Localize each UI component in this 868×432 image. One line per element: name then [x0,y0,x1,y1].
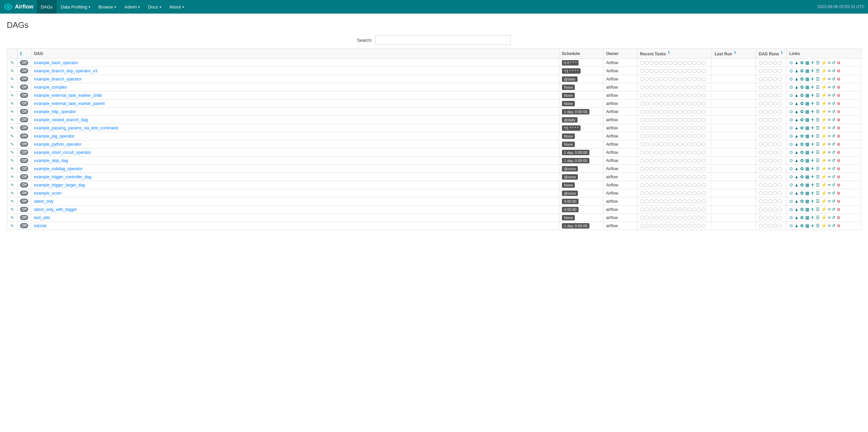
code-icon[interactable]: ≡ [828,68,831,73]
edit-dag-icon[interactable]: ✎ [11,207,14,212]
trigger-dag-icon[interactable]: ⊙ [789,174,793,179]
delete-icon[interactable]: ⊗ [837,166,841,171]
code-icon[interactable]: ≡ [828,117,831,122]
dag-toggle[interactable]: Off [20,150,28,155]
graph-icon[interactable]: ✿ [800,60,804,65]
dag-name-link[interactable]: example_complex [34,85,67,90]
duration-icon[interactable]: ▦ [805,166,809,171]
code-icon[interactable]: ≡ [828,174,831,179]
refresh-icon[interactable]: ↺ [832,142,835,147]
code-icon[interactable]: ≡ [828,166,831,171]
refresh-icon[interactable]: ↺ [832,117,835,122]
landing-icon[interactable]: ☰ [816,174,820,179]
row-edit-icon[interactable]: ✎ [7,205,17,214]
duration-icon[interactable]: ▦ [805,133,809,139]
last-run-info-icon[interactable]: ℹ [734,51,736,54]
code-icon[interactable]: ≡ [828,223,831,228]
refresh-icon[interactable]: ↺ [832,60,835,65]
refresh-icon[interactable]: ↺ [832,158,835,163]
graph-icon[interactable]: ✿ [800,101,804,106]
duration-icon[interactable]: ▦ [805,223,809,228]
dag-toggle[interactable]: Off [20,60,28,65]
trigger-dag-icon[interactable]: ⊙ [789,182,793,187]
duration-icon[interactable]: ▦ [805,60,809,65]
retries-icon[interactable]: ✈ [811,150,814,155]
gantt-icon[interactable]: ⚡ [821,182,827,187]
dag-name-link[interactable]: example_external_task_marker_child [34,93,101,98]
dag-toggle[interactable]: Off [20,174,28,179]
landing-icon[interactable]: ☰ [816,150,820,155]
row-edit-icon[interactable]: ✎ [7,100,17,108]
refresh-icon[interactable]: ↺ [832,150,835,155]
dag-name-link[interactable]: test_utils [34,215,50,220]
tree-icon[interactable]: ▲ [794,207,799,212]
landing-icon[interactable]: ☰ [816,215,820,220]
dag-name-link[interactable]: latest_only [34,199,53,204]
duration-icon[interactable]: ▦ [805,182,809,187]
dag-runs-info-icon[interactable]: ℹ [781,51,782,54]
gantt-icon[interactable]: ⚡ [821,207,827,212]
retries-icon[interactable]: ✈ [811,117,814,122]
recent-tasks-info-icon[interactable]: ℹ [668,51,669,54]
refresh-icon[interactable]: ↺ [832,85,835,90]
code-icon[interactable]: ≡ [828,150,831,155]
landing-icon[interactable]: ☰ [816,125,820,130]
landing-icon[interactable]: ☰ [816,101,820,106]
graph-icon[interactable]: ✿ [800,223,804,228]
refresh-icon[interactable]: ↺ [832,68,835,73]
refresh-icon[interactable]: ↺ [832,207,835,212]
edit-dag-icon[interactable]: ✎ [11,215,14,220]
delete-icon[interactable]: ⊗ [837,125,841,130]
landing-icon[interactable]: ☰ [816,207,820,212]
retries-icon[interactable]: ✈ [811,133,814,139]
trigger-dag-icon[interactable]: ⊙ [789,142,793,147]
dag-name-link[interactable]: example_branch_operator [34,77,81,82]
graph-icon[interactable]: ✿ [800,117,804,122]
dag-toggle[interactable]: Off [20,109,28,114]
duration-icon[interactable]: ▦ [805,101,809,106]
gantt-icon[interactable]: ⚡ [821,133,827,139]
dag-toggle[interactable]: Off [20,199,28,204]
row-edit-icon[interactable]: ✎ [7,222,17,230]
refresh-icon[interactable]: ↺ [832,166,835,171]
row-edit-icon[interactable]: ✎ [7,189,17,197]
gantt-icon[interactable]: ⚡ [821,109,827,114]
tree-icon[interactable]: ▲ [794,109,799,114]
graph-icon[interactable]: ✿ [800,93,804,98]
tree-icon[interactable]: ▲ [794,182,799,187]
tree-icon[interactable]: ▲ [794,223,799,228]
tree-icon[interactable]: ▲ [794,125,799,130]
retries-icon[interactable]: ✈ [811,76,814,82]
landing-icon[interactable]: ☰ [816,182,820,187]
landing-icon[interactable]: ☰ [816,76,820,82]
duration-icon[interactable]: ▦ [805,150,809,155]
dag-name-link[interactable]: example_bash_operator [34,60,78,65]
graph-icon[interactable]: ✿ [800,199,804,204]
trigger-dag-icon[interactable]: ⊙ [789,60,793,65]
landing-icon[interactable]: ☰ [816,60,820,65]
tree-icon[interactable]: ▲ [794,215,799,220]
code-icon[interactable]: ≡ [828,76,831,82]
trigger-dag-icon[interactable]: ⊙ [789,101,793,106]
code-icon[interactable]: ≡ [828,182,831,187]
row-edit-icon[interactable]: ✎ [7,59,17,67]
duration-icon[interactable]: ▦ [805,85,809,90]
nav-data-profiling[interactable]: Data Profiling ▾ [57,0,94,14]
dag-toggle[interactable]: Off [20,142,28,147]
graph-icon[interactable]: ✿ [800,125,804,130]
duration-icon[interactable]: ▦ [805,174,809,179]
gantt-icon[interactable]: ⚡ [821,158,827,163]
dag-name-link[interactable]: example_http_operator [34,109,76,114]
tree-icon[interactable]: ▲ [794,166,799,171]
gantt-icon[interactable]: ⚡ [821,93,827,98]
edit-dag-icon[interactable]: ✎ [11,77,14,82]
code-icon[interactable]: ≡ [828,133,831,139]
gantt-icon[interactable]: ⚡ [821,76,827,82]
retries-icon[interactable]: ✈ [811,166,814,171]
graph-icon[interactable]: ✿ [800,182,804,187]
brand-logo[interactable]: Airflow [3,2,33,12]
gantt-icon[interactable]: ⚡ [821,68,827,73]
dag-toggle[interactable]: Off [20,125,28,130]
retries-icon[interactable]: ✈ [811,109,814,114]
row-edit-icon[interactable]: ✎ [7,67,17,75]
